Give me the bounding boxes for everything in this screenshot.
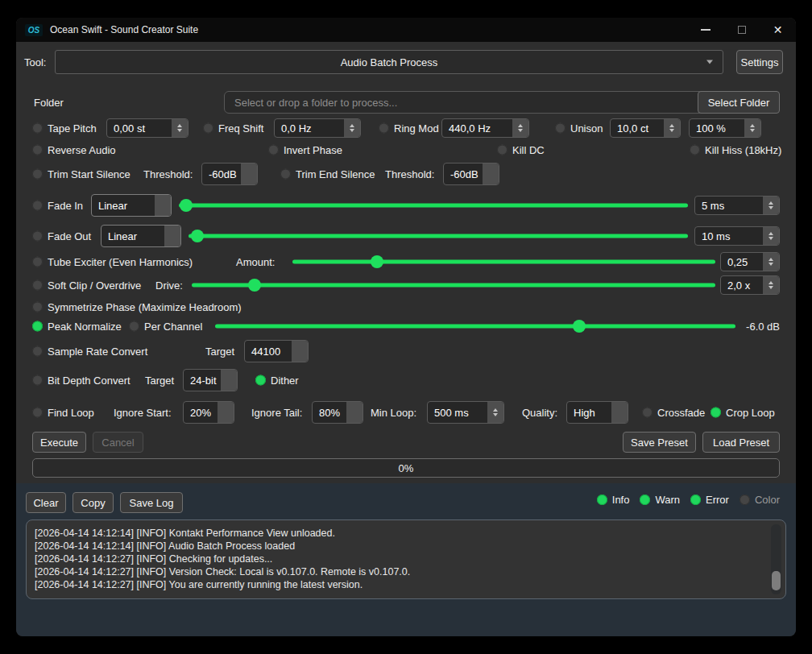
maximize-button[interactable]: [723, 18, 760, 42]
ignore-tail-combo[interactable]: 80%: [312, 401, 363, 424]
fade-out-radio[interactable]: [32, 231, 43, 242]
spinner-arrows-icon[interactable]: [744, 119, 760, 137]
slider-thumb[interactable]: [180, 199, 193, 212]
copy-log-button[interactable]: Copy: [72, 492, 114, 513]
minimize-button[interactable]: [687, 18, 723, 42]
clear-log-button[interactable]: Clear: [26, 492, 66, 513]
bit-depth-radio[interactable]: [32, 375, 43, 386]
settings-button[interactable]: Settings: [736, 50, 783, 74]
filter-error[interactable]: Error: [690, 494, 729, 506]
warn-radio[interactable]: [640, 495, 650, 505]
slider-thumb[interactable]: [573, 320, 586, 333]
spinner-arrows-icon[interactable]: [664, 119, 680, 137]
trim-end-threshold-combo[interactable]: -60dB: [443, 163, 499, 185]
trim-start-threshold-combo[interactable]: -60dB: [201, 163, 258, 185]
fade-in-slider[interactable]: [179, 198, 688, 213]
soft-clip-radio[interactable]: [32, 280, 43, 291]
tube-exciter-radio[interactable]: [32, 257, 43, 267]
save-log-button[interactable]: Save Log: [120, 492, 183, 513]
spinner-arrows-icon[interactable]: [763, 227, 779, 245]
slider-track[interactable]: [215, 325, 735, 329]
find-loop-radio[interactable]: [32, 408, 43, 418]
bit-depth-target-combo[interactable]: 24-bit: [183, 369, 238, 391]
quality-combo[interactable]: High: [566, 401, 628, 424]
slider-track[interactable]: [188, 234, 688, 238]
symmetrize-radio[interactable]: [32, 302, 43, 313]
slider-track[interactable]: [192, 284, 715, 288]
slider-thumb[interactable]: [248, 279, 261, 292]
spinner-arrows-icon[interactable]: [763, 197, 779, 214]
ignore-start-combo[interactable]: 20%: [183, 401, 234, 424]
unison-mix-spinbox[interactable]: 100 %: [689, 118, 761, 138]
fade-out-slider[interactable]: [188, 229, 688, 243]
fade-in-radio[interactable]: [32, 201, 43, 211]
info-radio[interactable]: [597, 495, 607, 505]
soft-clip-drive-label: Drive:: [155, 279, 183, 292]
dither-radio[interactable]: [255, 375, 266, 386]
min-loop-spinbox[interactable]: 500 ms: [427, 401, 504, 424]
freq-shift-radio[interactable]: [203, 123, 213, 134]
spinner-arrows-icon[interactable]: [344, 119, 360, 137]
peak-normalize-radio[interactable]: [32, 321, 43, 332]
select-folder-button[interactable]: Select Folder: [698, 91, 780, 114]
fade-in-curve-combo[interactable]: Linear: [91, 194, 172, 217]
tube-exciter-amount-slider[interactable]: [292, 255, 715, 269]
tape-pitch-radio[interactable]: [32, 123, 43, 134]
unison-radio[interactable]: [555, 123, 566, 134]
invert-phase-radio[interactable]: [268, 145, 279, 155]
dropdown-cap: [164, 226, 180, 246]
bit-depth-label: Bit Depth Convert: [48, 375, 130, 387]
trim-start-radio[interactable]: [32, 169, 43, 180]
trim-end-radio[interactable]: [280, 169, 291, 180]
kill-hiss-radio[interactable]: [690, 145, 700, 155]
cancel-button[interactable]: Cancel: [93, 432, 143, 453]
spinner-arrows-icon[interactable]: [487, 402, 503, 423]
ring-mod-radio[interactable]: [379, 123, 389, 134]
app-window: OS Ocean Swift - Sound Creator Suite ✕ T…: [16, 18, 796, 636]
scrollbar-thumb[interactable]: [772, 571, 781, 590]
color-radio[interactable]: [740, 495, 750, 505]
tool-select[interactable]: Audio Batch Process: [55, 50, 723, 74]
save-preset-button[interactable]: Save Preset: [623, 432, 696, 453]
kill-dc-label: Kill DC: [512, 144, 545, 156]
spinner-arrows-icon[interactable]: [763, 253, 779, 271]
soft-clip-drive-spinbox[interactable]: 2,0 x: [720, 275, 780, 295]
slider-thumb[interactable]: [191, 230, 204, 242]
peak-normalize-slider[interactable]: [215, 319, 735, 333]
log-scrollbar[interactable]: [771, 524, 781, 594]
filter-color[interactable]: Color: [740, 494, 780, 506]
unison-detune-spinbox[interactable]: 10,0 ct: [610, 118, 681, 138]
tape-pitch-spinbox[interactable]: 0,00 st: [106, 118, 188, 138]
error-radio[interactable]: [690, 495, 701, 505]
kill-dc-radio[interactable]: [497, 145, 508, 155]
spinner-arrows-icon[interactable]: [172, 119, 188, 137]
log-output[interactable]: [2026-04-14 14:12:14] [INFO] Kontakt Per…: [26, 519, 786, 599]
tube-exciter-amount-spinbox[interactable]: 0,25: [720, 252, 780, 271]
load-preset-button[interactable]: Load Preset: [702, 432, 780, 453]
per-channel-radio[interactable]: [129, 321, 139, 332]
ring-mod-spinbox[interactable]: 440,0 Hz: [441, 118, 529, 138]
slider-track[interactable]: [179, 204, 688, 208]
sample-rate-radio[interactable]: [32, 346, 43, 357]
folder-input[interactable]: [224, 91, 707, 114]
slider-track[interactable]: [292, 260, 715, 264]
filter-info[interactable]: Info: [597, 494, 630, 506]
fade-out-time-spinbox[interactable]: 10 ms: [694, 226, 780, 246]
freq-shift-spinbox[interactable]: 0,0 Hz: [274, 118, 361, 138]
spinner-arrows-icon[interactable]: [512, 119, 528, 137]
ignore-start-label: Ignore Start:: [114, 407, 172, 419]
sample-rate-target-combo[interactable]: 44100: [244, 340, 309, 362]
soft-clip-drive-slider[interactable]: [192, 278, 715, 292]
crossfade-radio[interactable]: [642, 408, 652, 418]
fade-in-time-spinbox[interactable]: 5 ms: [694, 196, 780, 215]
close-button[interactable]: ✕: [760, 18, 796, 42]
reverse-audio-radio[interactable]: [32, 145, 43, 155]
spinner-arrows-icon[interactable]: [763, 276, 779, 294]
filter-warn[interactable]: Warn: [640, 494, 680, 506]
min-loop-label: Min Loop:: [371, 407, 416, 419]
crop-loop-radio[interactable]: [710, 408, 721, 418]
execute-button[interactable]: Execute: [32, 432, 86, 453]
fade-out-curve-combo[interactable]: Linear: [101, 225, 181, 247]
reverse-audio-label: Reverse Audio: [48, 144, 116, 156]
slider-thumb[interactable]: [371, 255, 383, 268]
